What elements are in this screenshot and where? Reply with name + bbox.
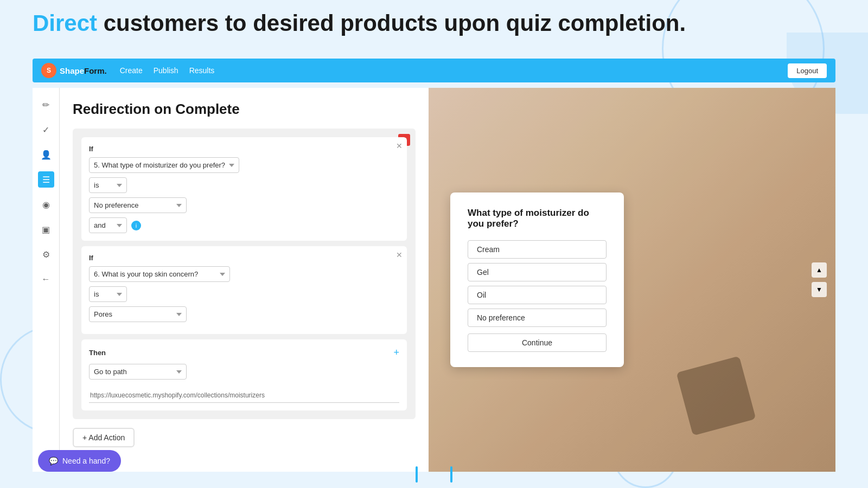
nav-publish[interactable]: Publish: [154, 66, 178, 75]
add-action-label: + Add Action: [82, 433, 125, 442]
sidebar-icon-eye[interactable]: ◉: [38, 196, 54, 213]
sidebar-icon-layout[interactable]: ☰: [38, 171, 54, 188]
then-header: Then +: [89, 347, 399, 358]
then-action-row: Go to path: [89, 364, 399, 380]
header-highlight: Direct: [33, 10, 97, 36]
brand: S ShapeForm.: [41, 63, 107, 78]
sidebar-icon-users[interactable]: 👤: [38, 146, 54, 163]
header-rest: customers to desired products upon quiz …: [97, 10, 686, 36]
condition2-operator-select[interactable]: is: [89, 286, 127, 302]
sidebar-icon-edit[interactable]: ✏: [38, 97, 54, 113]
help-icon: 💬: [49, 457, 58, 465]
quiz-option-oil[interactable]: Oil: [468, 286, 607, 304]
condition-block-2: ✕ If 6. What is your top skin concern? i…: [81, 246, 407, 334]
preview-content: What type of moisturizer do you prefer? …: [429, 88, 835, 472]
add-action-button[interactable]: + Add Action: [73, 428, 135, 447]
condition1-question-select[interactable]: 5. What type of moisturizer do you prefe…: [89, 157, 239, 173]
then-action-select[interactable]: Go to path: [89, 364, 187, 380]
condition1-operator-select[interactable]: is: [89, 177, 127, 193]
left-panel: Redirection on Complete ✕ ✕ If 5. What t…: [60, 88, 429, 472]
bottom-scroll: [416, 466, 452, 483]
sidebar-icon-save[interactable]: ▣: [38, 221, 54, 237]
condition1-connector-select[interactable]: and or: [89, 217, 127, 233]
condition2-question-select[interactable]: 6. What is your top skin concern?: [89, 266, 230, 282]
then-label: Then: [89, 349, 106, 357]
condition2-close-button[interactable]: ✕: [396, 251, 403, 259]
scroll-up-arrow[interactable]: ▲: [812, 262, 827, 278]
condition1-close-button[interactable]: ✕: [396, 142, 403, 150]
quiz-option-cream[interactable]: Cream: [468, 240, 607, 259]
right-panel: What type of moisturizer do you prefer? …: [429, 88, 835, 472]
quiz-option-no-preference[interactable]: No preference: [468, 309, 607, 327]
nav-links: Create Publish Results: [120, 66, 215, 75]
quiz-continue-button[interactable]: Continue: [468, 333, 607, 352]
then-add-button[interactable]: +: [393, 347, 399, 358]
info-icon: i: [131, 221, 141, 230]
condition2-label: If: [89, 254, 399, 262]
scroll-dot-1: [416, 466, 418, 483]
condition2-operator-row: is: [89, 286, 399, 302]
help-button[interactable]: 💬 Need a hand?: [38, 450, 121, 472]
condition-block-1: ✕ If 5. What type of moisturizer do you …: [81, 137, 407, 241]
sidebar-icon-back[interactable]: ←: [38, 271, 54, 287]
nav-create[interactable]: Create: [120, 66, 143, 75]
condition1-label: If: [89, 145, 399, 153]
condition2-answer-select[interactable]: Pores: [89, 306, 187, 322]
condition1-operator-row: is: [89, 177, 399, 193]
condition1-question-row: 5. What type of moisturizer do you prefe…: [89, 157, 399, 173]
scroll-down-arrow[interactable]: ▼: [812, 282, 827, 297]
then-block: Then + Go to path: [81, 339, 407, 410]
condition1-connector-row: and or i: [89, 217, 399, 233]
logo-icon: S: [41, 63, 56, 78]
condition1-answer-row: No preference: [89, 197, 399, 213]
brand-name: ShapeForm.: [60, 66, 107, 75]
nav-results[interactable]: Results: [189, 66, 215, 75]
panel-title: Redirection on Complete: [73, 101, 416, 118]
then-url-input[interactable]: [89, 388, 399, 403]
sidebar-icon-cursor[interactable]: ✓: [38, 121, 54, 138]
condition2-answer-row: Pores: [89, 306, 399, 322]
navbar: S ShapeForm. Create Publish Results Logo…: [33, 59, 835, 82]
sidebar: ✏ ✓ 👤 ☰ ◉ ▣ ⚙ ←: [33, 88, 60, 472]
page-header: Direct customers to desired products upo…: [33, 11, 686, 36]
quiz-card: What type of moisturizer do you prefer? …: [450, 192, 624, 367]
quiz-option-gel[interactable]: Gel: [468, 263, 607, 281]
quiz-question: What type of moisturizer do you prefer?: [468, 208, 607, 229]
condition2-question-row: 6. What is your top skin concern?: [89, 266, 399, 282]
logout-button[interactable]: Logout: [788, 63, 827, 78]
condition1-answer-select[interactable]: No preference: [89, 197, 187, 213]
scroll-dot-2: [450, 466, 452, 483]
sidebar-icon-settings[interactable]: ⚙: [38, 246, 54, 262]
main-content: ✏ ✓ 👤 ☰ ◉ ▣ ⚙ ← Redirection on Complete …: [33, 88, 835, 472]
rule-card: ✕ ✕ If 5. What type of moisturizer do yo…: [73, 129, 416, 419]
scroll-arrows: ▲ ▼: [812, 262, 827, 297]
help-label: Need a hand?: [62, 457, 110, 465]
